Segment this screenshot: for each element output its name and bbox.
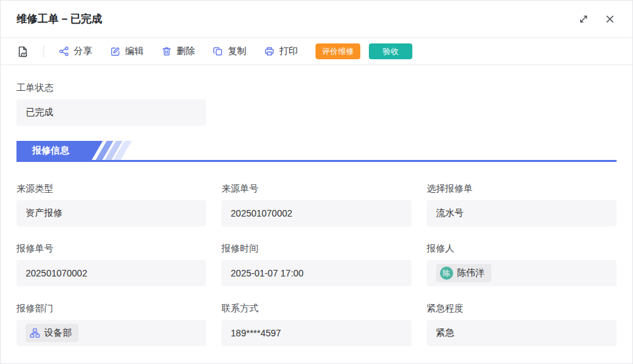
field-value: 189****4597 <box>221 320 411 346</box>
org-chart-icon <box>30 328 40 338</box>
expand-button[interactable] <box>577 13 590 26</box>
field-label: 来源类型 <box>16 182 206 195</box>
document-preview-icon <box>16 45 29 58</box>
close-button[interactable] <box>603 13 617 26</box>
field-repair-order-number: 报修单号 202501070002 <box>16 242 206 286</box>
field-value: 资产报修 <box>16 200 206 226</box>
field-value: 202501070002 <box>221 200 411 226</box>
close-icon <box>605 14 615 24</box>
section-header-repair-info: 报修信息 <box>16 141 617 162</box>
copy-label: 复制 <box>228 45 246 57</box>
field-value: 流水号 <box>427 200 617 226</box>
header-actions <box>577 13 617 26</box>
field-label: 来源单号 <box>221 182 411 195</box>
print-button[interactable]: 打印 <box>264 45 298 57</box>
repair-work-order-dialog: 维修工单 – 已完成 <box>0 0 633 364</box>
field-urgency: 紧急程度 紧急 <box>427 301 617 346</box>
field-source-number: 来源单号 202501070002 <box>221 182 411 226</box>
dialog-header: 维修工单 – 已完成 <box>1 1 632 38</box>
field-label: 工单状态 <box>16 81 206 94</box>
field-contact: 联系方式 189****4597 <box>221 301 411 346</box>
department-name: 设备部 <box>44 327 72 339</box>
repair-info-grid: 来源类型 资产报修 来源单号 202501070002 选择报修单 流水号 报修… <box>16 182 617 346</box>
print-icon <box>264 46 275 57</box>
field-select-repair-order: 选择报修单 流水号 <box>427 182 617 226</box>
copy-icon <box>213 46 223 57</box>
dialog-body: 工单状态 已完成 报修信息 来源类型 资产报修 来源单号 20250107000… <box>1 65 632 362</box>
banner-underline <box>16 160 617 162</box>
print-label: 打印 <box>279 45 298 57</box>
field-source-type: 来源类型 资产报修 <box>16 182 206 226</box>
trash-icon <box>161 46 172 57</box>
share-icon <box>59 46 69 57</box>
edit-label: 编辑 <box>125 45 144 57</box>
delete-label: 删除 <box>177 45 195 57</box>
expand-icon <box>578 14 589 24</box>
toolbar-divider <box>43 45 44 57</box>
delete-button[interactable]: 删除 <box>161 45 195 57</box>
share-button[interactable]: 分享 <box>59 45 92 57</box>
field-label: 联系方式 <box>221 301 411 315</box>
work-order-status-field: 工单状态 已完成 <box>16 81 206 126</box>
field-value: 2025-01-07 17:00 <box>221 260 411 286</box>
edit-icon <box>110 46 121 57</box>
avatar: 陈 <box>440 267 453 280</box>
department-chip: 设备部 <box>26 324 78 342</box>
field-value: 已完成 <box>16 99 206 126</box>
field-label: 报修人 <box>427 242 617 255</box>
field-value: 设备部 <box>16 320 206 346</box>
accept-button[interactable]: 验收 <box>369 43 412 59</box>
field-label: 选择报修单 <box>427 182 617 195</box>
field-reporter: 报修人 陈 陈伟洋 <box>427 242 617 286</box>
field-value: 陈 陈伟洋 <box>427 260 617 286</box>
person-chip: 陈 陈伟洋 <box>436 264 491 282</box>
share-label: 分享 <box>74 45 92 57</box>
field-label: 报修时间 <box>221 242 411 255</box>
evaluate-repair-button[interactable]: 评价维修 <box>316 43 360 59</box>
page-title: 维修工单 – 已完成 <box>16 13 102 26</box>
field-value: 202501070002 <box>16 260 206 286</box>
field-label: 报修部门 <box>16 301 206 315</box>
field-label: 报修单号 <box>16 242 206 255</box>
copy-button[interactable]: 复制 <box>213 45 246 57</box>
section-title: 报修信息 <box>32 145 69 157</box>
preview-button[interactable] <box>16 45 29 58</box>
field-value: 紧急 <box>427 320 617 346</box>
field-label: 紧急程度 <box>427 301 617 315</box>
person-name: 陈伟洋 <box>457 267 485 279</box>
edit-button[interactable]: 编辑 <box>110 45 144 57</box>
field-repair-time: 报修时间 2025-01-07 17:00 <box>221 242 411 286</box>
field-repair-department: 报修部门 设备部 <box>16 301 206 346</box>
toolbar: 分享 编辑 删除 <box>1 38 632 65</box>
